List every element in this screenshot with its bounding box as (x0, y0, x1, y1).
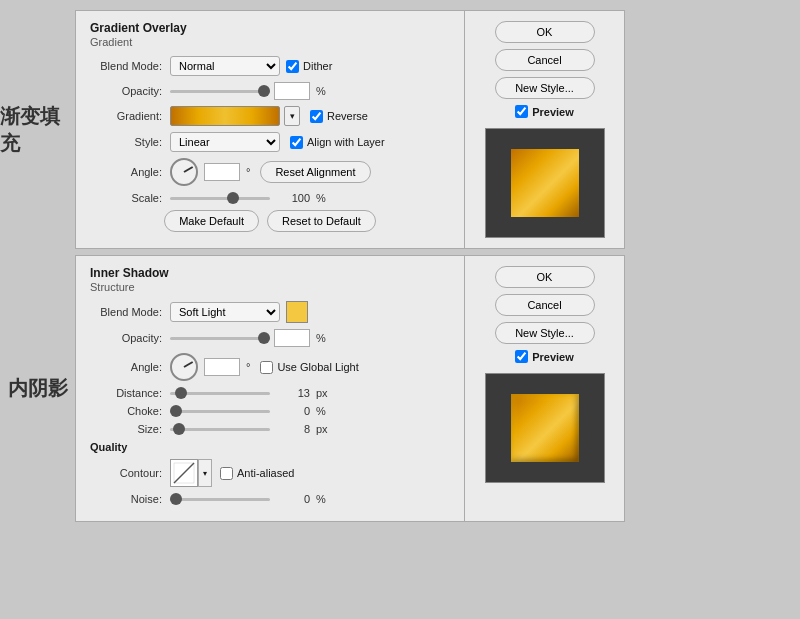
global-light-label[interactable]: Use Global Light (260, 361, 358, 374)
size-value: 8 (274, 423, 310, 435)
cancel-btn-top[interactable]: Cancel (495, 49, 595, 71)
gradient-swatch[interactable] (170, 106, 280, 126)
left-label-bottom: 内阴影 (0, 255, 75, 522)
blend-mode-label-b: Blend Mode: (90, 306, 162, 318)
ok-btn-top[interactable]: OK (495, 21, 595, 43)
noise-unit: % (316, 493, 326, 505)
preview-box-top (485, 128, 605, 238)
opacity-slider-b[interactable] (170, 337, 270, 340)
anti-aliased-checkbox[interactable] (220, 467, 233, 480)
quality-section-header: Quality (90, 441, 450, 453)
angle-unit: ° (246, 166, 250, 178)
noise-slider[interactable] (170, 498, 270, 501)
distance-slider[interactable] (170, 392, 270, 395)
distance-value: 13 (274, 387, 310, 399)
dither-checkbox[interactable] (286, 60, 299, 73)
choke-slider[interactable] (170, 410, 270, 413)
dither-checkbox-label[interactable]: Dither (286, 60, 332, 73)
inner-shadow-panel: Inner Shadow Structure Blend Mode: Soft … (75, 255, 465, 522)
preview-square-top (511, 149, 579, 217)
opacity-label: Opacity: (90, 85, 162, 97)
left-label-top: 渐变填充 (0, 10, 75, 249)
opacity-unit-b: % (316, 332, 326, 344)
right-panel-top: OK Cancel New Style... Preview (465, 10, 625, 249)
distance-unit: px (316, 387, 328, 399)
make-default-btn[interactable]: Make Default (164, 210, 259, 232)
reset-to-default-btn[interactable]: Reset to Default (267, 210, 376, 232)
preview-checkbox-bottom[interactable] (515, 350, 528, 363)
angle-input[interactable]: 120 (204, 163, 240, 181)
choke-unit: % (316, 405, 326, 417)
scale-unit: % (316, 192, 326, 204)
angle-label: Angle: (90, 166, 162, 178)
new-style-btn-bottom[interactable]: New Style... (495, 322, 595, 344)
reset-alignment-btn[interactable]: Reset Alignment (260, 161, 370, 183)
contour-dropdown-btn[interactable]: ▾ (198, 459, 212, 487)
size-slider[interactable] (170, 428, 270, 431)
angle-unit-b: ° (246, 361, 250, 373)
noise-label: Noise: (90, 493, 162, 505)
angle-label-b: Angle: (90, 361, 162, 373)
preview-box-bottom (485, 373, 605, 483)
preview-square-bottom (511, 394, 579, 462)
scale-slider[interactable] (170, 197, 270, 200)
right-panel-bottom: OK Cancel New Style... Preview (465, 255, 625, 522)
scale-value: 100 (274, 192, 310, 204)
angle-dial[interactable] (170, 158, 198, 186)
align-layer-label[interactable]: Align with Layer (290, 136, 385, 149)
angle-input-b[interactable]: 120 (204, 358, 240, 376)
contour-box[interactable] (170, 459, 198, 487)
global-light-checkbox[interactable] (260, 361, 273, 374)
reverse-checkbox[interactable] (310, 110, 323, 123)
opacity-unit: % (316, 85, 326, 97)
blend-mode-select[interactable]: Normal (170, 56, 280, 76)
size-label: Size: (90, 423, 162, 435)
contour-label: Contour: (90, 467, 162, 479)
blend-mode-label: Blend Mode: (90, 60, 162, 72)
preview-label-top[interactable]: Preview (515, 105, 574, 118)
cancel-btn-bottom[interactable]: Cancel (495, 294, 595, 316)
ok-btn-bottom[interactable]: OK (495, 266, 595, 288)
preview-checkbox-top[interactable] (515, 105, 528, 118)
gradient-overlay-panel: Gradient Overlay Gradient Blend Mode: No… (75, 10, 465, 249)
new-style-btn-top[interactable]: New Style... (495, 77, 595, 99)
style-label: Style: (90, 136, 162, 148)
anti-aliased-label[interactable]: Anti-aliased (220, 467, 294, 480)
opacity-value[interactable]: 100 (274, 82, 310, 100)
panel-title: Gradient Overlay (90, 21, 450, 35)
choke-value: 0 (274, 405, 310, 417)
distance-label: Distance: (90, 387, 162, 399)
preview-label-bottom[interactable]: Preview (515, 350, 574, 363)
angle-dial-b[interactable] (170, 353, 198, 381)
noise-value: 0 (274, 493, 310, 505)
gradient-label: Gradient: (90, 110, 162, 122)
panel-subtitle: Gradient (90, 36, 450, 48)
opacity-slider[interactable] (170, 90, 270, 93)
blend-mode-select-b[interactable]: Soft Light (170, 302, 280, 322)
inner-shadow-subtitle: Structure (90, 281, 450, 293)
scale-label: Scale: (90, 192, 162, 204)
opacity-value-b[interactable]: 100 (274, 329, 310, 347)
size-unit: px (316, 423, 328, 435)
choke-label: Choke: (90, 405, 162, 417)
shadow-color-swatch[interactable] (286, 301, 308, 323)
opacity-label-b: Opacity: (90, 332, 162, 344)
gradient-dropdown-btn[interactable]: ▾ (284, 106, 300, 126)
reverse-label[interactable]: Reverse (310, 110, 368, 123)
align-layer-checkbox[interactable] (290, 136, 303, 149)
inner-shadow-title: Inner Shadow (90, 266, 450, 280)
style-select[interactable]: Linear (170, 132, 280, 152)
contour-svg (173, 462, 195, 484)
